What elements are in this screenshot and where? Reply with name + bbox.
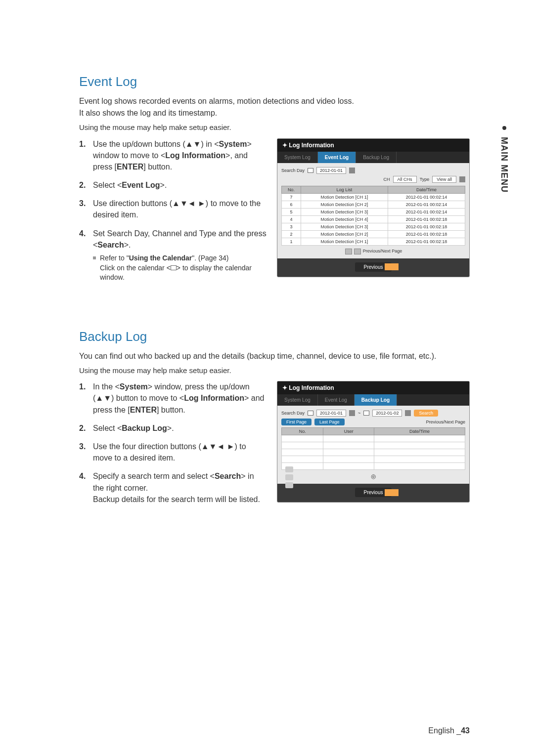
search-day-label: Search Day (281, 411, 305, 416)
table-row: 7Motion Detection [CH 1]2012-01-01 00:02… (282, 193, 465, 201)
table-row: 1Motion Detection [CH 1]2012-01-01 00:02… (282, 238, 465, 245)
stepper-icon[interactable] (349, 410, 355, 416)
target-indicator: ◎ (281, 473, 465, 480)
step-num: 3. (79, 198, 89, 220)
side-icons (285, 466, 293, 488)
tab-event-log[interactable]: Event Log (318, 394, 355, 406)
step-text: In the <System> window, press the up/dow… (93, 381, 267, 416)
calendar-icon[interactable] (308, 411, 313, 416)
tab-backup-log[interactable]: Backup Log (355, 394, 397, 406)
step-num: 1. (79, 381, 89, 416)
footer-lang: English (428, 726, 454, 735)
previous-button[interactable]: Previous (355, 262, 392, 272)
date-field[interactable]: 2012-01-01 (316, 167, 346, 174)
stepper-icon[interactable] (459, 176, 465, 182)
step-num: 2. (79, 179, 89, 191)
step-num: 4. (79, 228, 89, 283)
event-log-steps: 1. Use the up/down buttons (▲▼) in <Syst… (79, 138, 267, 283)
event-log-intro: Event log shows recorded events on alarm… (79, 95, 470, 119)
page-footer: English _43 (428, 726, 470, 735)
table-row (282, 456, 465, 463)
table-row (282, 435, 465, 442)
calendar-icon[interactable] (308, 168, 313, 173)
tabs: System Log Event Log Backup Log (277, 394, 469, 406)
list-item: 3. Use direction buttons (▲▼◄ ►) to move… (79, 198, 267, 220)
tabs: System Log Event Log Backup Log (277, 152, 469, 163)
last-page-button[interactable]: Last Page (314, 419, 345, 425)
ch-label: CH (384, 177, 390, 182)
device-icon (285, 482, 293, 488)
tab-system-log[interactable]: System Log (277, 394, 318, 406)
table-row (282, 442, 465, 449)
backup-log-steps: 1. In the <System> window, press the up/… (79, 381, 267, 505)
pager-label: Previous/Next Page (426, 420, 465, 424)
window-title: ✦ Log Information (277, 139, 469, 152)
step-num: 3. (79, 441, 89, 463)
window-title: ✦ Log Information (277, 381, 469, 394)
col-user: User (323, 428, 374, 435)
prev-page-button[interactable] (345, 249, 352, 254)
event-log-hint: Using the mouse may help make setup easi… (79, 122, 470, 133)
table-row: 5Motion Detection [CH 3]2012-01-01 00:02… (282, 208, 465, 215)
first-page-button[interactable]: First Page (281, 419, 312, 425)
pager-label: Previous/Next Page (363, 249, 402, 253)
date-to-field[interactable]: 2012-01-02 (372, 410, 402, 417)
pager: Previous/Next Page (281, 249, 465, 254)
tab-backup-log[interactable]: Backup Log (356, 152, 397, 163)
backup-log-intro: You can find out who backed up and the d… (79, 350, 470, 362)
table-row: 4Motion Detection [CH 4]2012-01-01 00:02… (282, 215, 465, 223)
step-num: 4. (79, 470, 89, 505)
calendar-icon (171, 265, 177, 270)
step-text: Use the four direction buttons (▲▼◄ ►) t… (93, 441, 267, 463)
step-text: Use direction buttons (▲▼◄ ►) to move to… (93, 198, 267, 220)
range-dash: ~ (358, 411, 360, 416)
col-loglist: Log List (301, 186, 388, 193)
stepper-icon[interactable] (405, 410, 411, 416)
tab-system-log[interactable]: System Log (277, 152, 318, 163)
col-no: No. (282, 186, 301, 193)
step-text: Select <Event Log>. (93, 179, 167, 191)
next-page-button[interactable] (354, 249, 361, 254)
list-item: 2. Select <Backup Log>. (79, 422, 267, 434)
event-log-title: Event Log (79, 74, 470, 89)
ch-select[interactable]: All CHs (393, 176, 417, 183)
event-log-screenshot: ✦ Log Information System Log Event Log B… (277, 138, 470, 277)
tab-event-log[interactable]: Event Log (318, 152, 356, 163)
device-icon (285, 466, 293, 472)
list-item: 3. Use the four direction buttons (▲▼◄ ►… (79, 441, 267, 463)
col-datetime: Date/Time (388, 186, 465, 193)
calendar-icon[interactable] (363, 411, 369, 416)
table-row: 6Motion Detection [CH 2]2012-01-01 00:02… (282, 201, 465, 208)
sub-bullet: Refer to "Using the Calendar". (Page 34)… (93, 253, 267, 283)
bullet-icon (502, 126, 506, 130)
previous-button[interactable]: Previous (355, 488, 392, 497)
table-row: 2Motion Detection [CH 2]2012-01-01 00:02… (282, 230, 465, 238)
backup-log-hint: Using the mouse may help make setup easi… (79, 365, 470, 377)
search-button[interactable]: Search (414, 410, 438, 417)
stepper-icon[interactable] (349, 168, 355, 173)
list-item: 1. Use the up/down buttons (▲▼) in <Syst… (79, 138, 267, 173)
backup-log-table: No. User Date/Time (281, 427, 465, 470)
table-row: 3Motion Detection [CH 3]2012-01-01 00:02… (282, 223, 465, 230)
table-row (282, 463, 465, 470)
step-num: 1. (79, 138, 89, 173)
event-log-table: No. Log List Date/Time 7Motion Detection… (281, 186, 465, 246)
type-select[interactable]: View all (432, 176, 456, 183)
side-tab: MAIN MENU (499, 126, 509, 193)
col-datetime: Date/Time (374, 428, 465, 435)
type-label: Type (420, 177, 430, 182)
step-text: Specify a search term and select <Search… (93, 470, 267, 505)
step-num: 2. (79, 422, 89, 434)
square-bullet-icon (93, 256, 96, 259)
backup-log-screenshot: ✦ Log Information System Log Event Log B… (277, 381, 470, 503)
device-icon (285, 474, 293, 480)
step-text: Set Search Day, Channel and Type and the… (93, 228, 267, 283)
step-text: Select <Backup Log>. (93, 422, 174, 434)
page-number: 43 (461, 726, 470, 735)
side-tab-label: MAIN MENU (499, 137, 509, 193)
list-item: 1. In the <System> window, press the up/… (79, 381, 267, 416)
col-no: No. (282, 428, 323, 435)
backup-log-title: Backup Log (79, 329, 470, 344)
footer-sep: _ (456, 726, 461, 735)
date-from-field[interactable]: 2012-01-01 (316, 410, 346, 417)
